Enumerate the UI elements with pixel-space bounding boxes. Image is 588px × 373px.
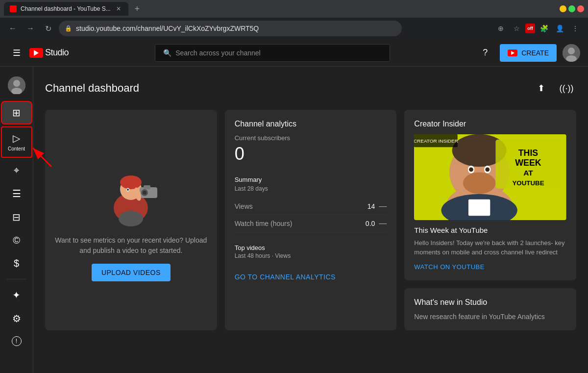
- subtitles-icon: ⊟: [12, 211, 21, 223]
- analytics-card-title: Channel analytics: [235, 120, 387, 128]
- watch-time-value-container: 0.0 —: [366, 219, 387, 228]
- user-avatar[interactable]: [563, 44, 580, 62]
- svg-point-10: [120, 175, 142, 189]
- window-close[interactable]: [577, 5, 584, 12]
- sidebar-item-comments[interactable]: ☰: [1, 183, 32, 204]
- sidebar-item-customize[interactable]: ✦: [1, 284, 32, 306]
- filmmaker-illustration: [92, 159, 170, 227]
- creator-insider-title: Creator Insider: [414, 120, 566, 128]
- extension-off-icon[interactable]: off: [525, 24, 535, 33]
- subscribers-value: 0: [235, 144, 387, 164]
- tab-close-button[interactable]: ✕: [115, 5, 122, 13]
- views-row: Views 14 —: [235, 198, 387, 215]
- profile-icon[interactable]: 👤: [553, 22, 566, 35]
- yt-play-triangle: [34, 50, 39, 56]
- more-options-icon[interactable]: ⋮: [568, 22, 582, 35]
- summary-section: Summary Last 28 days Views 14 — Watch ti…: [235, 176, 387, 232]
- settings-icon: ⚙: [12, 313, 21, 324]
- create-camera-icon: [508, 50, 517, 56]
- browser-titlebar: Channel dashboard - YouTube S... ✕ +: [0, 0, 588, 18]
- views-value-container: 14 —: [368, 202, 387, 211]
- yt-logo-icon: [29, 48, 43, 58]
- creator-insider-card: Creator Insider: [404, 110, 576, 280]
- hamburger-menu-button[interactable]: ☰: [8, 44, 25, 62]
- svg-point-16: [143, 191, 147, 195]
- sidebar-item-feedback[interactable]: !: [1, 331, 32, 351]
- new-tab-button[interactable]: +: [130, 2, 144, 16]
- watch-on-youtube-button[interactable]: WATCH ON YOUTUBE: [414, 263, 566, 271]
- bookmark-icon[interactable]: ☆: [510, 22, 523, 35]
- watch-time-trend: —: [379, 219, 387, 228]
- upload-videos-button[interactable]: UPLOAD VIDEOS: [92, 264, 171, 281]
- content-icon: ▷: [13, 132, 20, 144]
- back-button[interactable]: ←: [6, 22, 20, 35]
- tab-title: Channel dashboard - YouTube S...: [21, 5, 111, 12]
- broadcast-icon-button[interactable]: ((·)): [557, 78, 576, 98]
- reload-button[interactable]: ↻: [41, 22, 55, 35]
- yt-logo-text: Studio: [45, 48, 69, 58]
- customize-icon: ✦: [12, 289, 21, 301]
- whats-new-card: What's new in Studio New research featur…: [404, 288, 576, 330]
- dashboard-icon: ⊞: [12, 107, 21, 119]
- sidebar-item-copyright[interactable]: ©: [1, 230, 32, 251]
- sidebar-item-content[interactable]: ▷ Content: [1, 126, 32, 158]
- summary-period: Last 28 days: [235, 185, 387, 192]
- watch-time-row: Watch time (hours) 0.0 —: [235, 215, 387, 232]
- sidebar-item-earn[interactable]: $: [1, 253, 32, 274]
- cast-icon[interactable]: ⊕: [494, 22, 508, 35]
- right-column: Creator Insider: [404, 110, 576, 330]
- window-maximize[interactable]: [568, 5, 575, 12]
- browser-tab[interactable]: Channel dashboard - YouTube S... ✕: [4, 2, 128, 16]
- sidebar-item-content-label: Content: [8, 146, 25, 152]
- window-minimize[interactable]: [560, 5, 566, 12]
- svg-point-25: [469, 167, 473, 172]
- svg-text:WEEK: WEEK: [515, 158, 541, 168]
- svg-point-12: [127, 189, 129, 191]
- sidebar-item-avatar[interactable]: [1, 72, 32, 99]
- create-label: CREATE: [521, 49, 549, 57]
- extensions-icon[interactable]: 🧩: [537, 22, 551, 35]
- tab-favicon: [10, 5, 17, 12]
- content-area: Channel dashboard ⬆ ((·)): [33, 67, 588, 373]
- yt-studio-logo[interactable]: Studio: [29, 48, 69, 58]
- sidebar-item-subtitles[interactable]: ⊟: [1, 206, 32, 228]
- analytics-icon: ⌖: [14, 165, 19, 176]
- forward-button[interactable]: →: [24, 22, 37, 35]
- top-videos-title: Top videos: [235, 244, 387, 251]
- browser-chrome: Channel dashboard - YouTube S... ✕ + ← →…: [0, 0, 588, 39]
- comments-icon: ☰: [12, 188, 21, 199]
- sidebar-item-analytics[interactable]: ⌖: [1, 160, 32, 181]
- filmmaker-svg: [92, 159, 170, 227]
- upload-card: Want to see metrics on your recent video…: [45, 110, 217, 330]
- create-play-triangle: [511, 51, 514, 55]
- address-bar[interactable]: 🔒 studio.youtube.com/channel/UCvY_ilCkXo…: [59, 21, 402, 36]
- go-to-analytics-button[interactable]: GO TO CHANNEL ANALYTICS: [235, 273, 387, 281]
- main-layout: ⊞ ▷ Content ⌖ ☰ ⊟ © $ ✦: [0, 67, 588, 373]
- upload-icon-button[interactable]: ⬆: [531, 78, 551, 98]
- video-description: Hello Insiders! Today we're back with 2 …: [414, 238, 566, 257]
- search-container: 🔍 Search across your channel: [84, 44, 461, 62]
- search-placeholder: Search across your channel: [175, 49, 261, 57]
- svg-point-18: [119, 211, 143, 226]
- header-actions: ? CREATE: [476, 44, 580, 62]
- sidebar-item-settings[interactable]: ⚙: [1, 308, 32, 329]
- svg-text:THIS: THIS: [518, 148, 539, 158]
- lock-icon: 🔒: [65, 25, 72, 32]
- page-header: Channel dashboard ⬆ ((·)): [45, 78, 576, 98]
- help-button[interactable]: ?: [476, 44, 494, 62]
- new-feature-text: New research feature in YouTube Analytic…: [414, 313, 566, 321]
- video-title: This Week at YouTube: [414, 226, 566, 234]
- create-button[interactable]: CREATE: [500, 44, 557, 62]
- search-bar[interactable]: 🔍 Search across your channel: [155, 44, 390, 62]
- sidebar-divider: [7, 279, 26, 279]
- yt-studio-header: ☰ Studio 🔍 Search across your channel ? …: [0, 39, 588, 67]
- upload-text: Want to see metrics on your recent video…: [55, 235, 207, 256]
- subscribers-label: Current subscribers: [235, 134, 387, 142]
- watch-time-label: Watch time (hours): [235, 220, 293, 227]
- analytics-card: Channel analytics Current subscribers 0 …: [225, 110, 397, 330]
- creator-thumbnail[interactable]: THIS WEEK AT YOUTUBE CREATOR INSIDER: [414, 134, 566, 220]
- sidebar-item-dashboard[interactable]: ⊞: [1, 101, 32, 124]
- top-videos-section: Top videos Last 48 hours · Views: [235, 244, 387, 265]
- top-videos-period: Last 48 hours · Views: [235, 252, 387, 259]
- browser-toolbar: ← → ↻ 🔒 studio.youtube.com/channel/UCvY_…: [0, 18, 588, 39]
